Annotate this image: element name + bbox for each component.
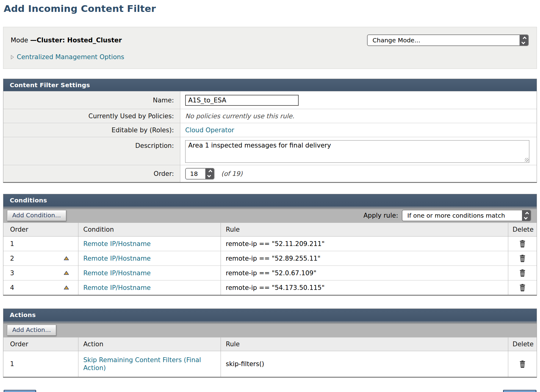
trash-icon[interactable] <box>519 360 526 368</box>
apply-rule-label: Apply rule: <box>363 212 398 219</box>
condition-link[interactable]: Remote IP/Hostname <box>83 269 151 277</box>
rule-text: remote-ip == "52.11.209.211" <box>221 237 508 251</box>
add-action-button[interactable]: Add Action... <box>7 325 56 336</box>
table-row: 4 Remote IP/Hostname remote-ip == "54.17… <box>3 280 537 295</box>
order-select[interactable]: 18 <box>185 168 214 180</box>
rule-text: skip-filters() <box>221 351 508 377</box>
table-row: 1 Skip Remaining Content Filters (Final … <box>3 351 537 377</box>
condition-link[interactable]: Remote IP/Hostname <box>83 255 151 262</box>
page-title: Add Incoming Content Filter <box>3 0 537 14</box>
page: Add Incoming Content Filter Mode —Cluste… <box>0 0 540 392</box>
column-delete: Delete <box>508 223 537 236</box>
actions-table-header: Order Action Rule Delete <box>3 337 537 351</box>
cancel-button[interactable]: Cancel <box>4 390 36 392</box>
column-delete: Delete <box>508 337 537 351</box>
row-order-number: 1 <box>10 240 14 248</box>
mode-label: Mode —Cluster: Hosted_Cluster <box>11 37 122 44</box>
content-filter-settings-section: Content Filter Settings Name: Currently … <box>3 79 537 183</box>
policies-row: Currently Used by Policies: No policies … <box>3 109 537 123</box>
footer-buttons: Cancel Submit <box>3 390 537 392</box>
centralized-management-options-link[interactable]: Centralized Management Options <box>17 53 124 61</box>
row-order-number: 4 <box>10 284 14 291</box>
column-order: Order <box>3 223 78 236</box>
column-condition: Condition <box>78 223 221 236</box>
row-order-number: 1 <box>10 360 14 368</box>
mode-cluster-value: —Cluster: Hosted_Cluster <box>30 37 122 44</box>
row-order-number: 2 <box>10 255 14 262</box>
roles-label: Editable by (Roles): <box>3 123 180 137</box>
trash-icon[interactable] <box>519 284 526 291</box>
mode-panel: Mode —Cluster: Hosted_Cluster Change Mod… <box>3 27 537 69</box>
name-row: Name: <box>3 91 537 109</box>
order-total-note: (of 19) <box>221 170 243 177</box>
rule-text: remote-ip == "54.173.50.115" <box>221 280 508 295</box>
conditions-table-header: Order Condition Rule Delete <box>3 223 537 237</box>
order-row: Order: 18 (of 19) <box>3 165 537 182</box>
roles-row: Editable by (Roles): Cloud Operator <box>3 123 537 137</box>
row-order-number: 3 <box>10 269 14 277</box>
actions-section: Actions Add Action... Order Action Rule … <box>3 308 537 378</box>
actions-header: Actions <box>3 309 537 321</box>
conditions-table-body: 1 Remote IP/Hostname remote-ip == "52.11… <box>3 237 537 295</box>
condition-link[interactable]: Remote IP/Hostname <box>83 240 151 248</box>
description-row: Description: Area 1 inspected messages f… <box>3 137 537 165</box>
content-filter-settings-header: Content Filter Settings <box>3 79 537 91</box>
cloud-operator-link[interactable]: Cloud Operator <box>185 127 234 134</box>
policies-label: Currently Used by Policies: <box>3 109 180 123</box>
conditions-header: Conditions <box>3 194 537 206</box>
trash-icon[interactable] <box>519 255 526 262</box>
actions-table-body: 1 Skip Remaining Content Filters (Final … <box>3 351 537 377</box>
actions-toolbar: Add Action... <box>3 321 537 337</box>
description-label: Description: <box>3 137 180 165</box>
condition-link[interactable]: Remote IP/Hostname <box>83 284 151 291</box>
table-row: 2 Remote IP/Hostname remote-ip == "52.89… <box>3 251 537 265</box>
column-order: Order <box>3 337 78 351</box>
up-down-stepper-icon <box>205 169 214 179</box>
order-label: Order: <box>3 165 180 182</box>
conditions-section: Conditions Add Condition... Apply rule: … <box>3 194 537 296</box>
table-row: 1 Remote IP/Hostname remote-ip == "52.11… <box>3 237 537 251</box>
action-link[interactable]: Skip Remaining Content Filters (Final Ac… <box>83 356 214 372</box>
triangle-right-icon <box>11 55 14 59</box>
submit-button[interactable]: Submit <box>503 390 536 392</box>
trash-icon[interactable] <box>519 269 526 277</box>
up-down-stepper-icon <box>522 210 531 221</box>
description-textarea[interactable]: Area 1 inspected messages for final deli… <box>185 140 529 163</box>
column-action: Action <box>78 337 221 351</box>
policies-value: No policies currently use this rule. <box>180 109 537 123</box>
triangle-up-icon[interactable] <box>64 286 69 290</box>
column-rule: Rule <box>221 337 508 351</box>
triangle-up-icon[interactable] <box>64 256 69 260</box>
up-down-stepper-icon <box>520 35 528 45</box>
apply-rule-select[interactable]: If one or more conditions match <box>402 210 531 221</box>
add-condition-button[interactable]: Add Condition... <box>7 210 66 221</box>
rule-text: remote-ip == "52.89.255.11" <box>221 251 508 265</box>
conditions-toolbar: Add Condition... Apply rule: If one or m… <box>3 206 537 223</box>
change-mode-select[interactable]: Change Mode... <box>367 34 529 46</box>
trash-icon[interactable] <box>519 240 526 248</box>
triangle-up-icon[interactable] <box>64 271 69 275</box>
name-input[interactable] <box>185 95 299 106</box>
table-row: 3 Remote IP/Hostname remote-ip == "52.0.… <box>3 265 537 280</box>
rule-text: remote-ip == "52.0.67.109" <box>221 266 508 280</box>
column-rule: Rule <box>221 223 508 236</box>
name-label: Name: <box>3 91 180 109</box>
